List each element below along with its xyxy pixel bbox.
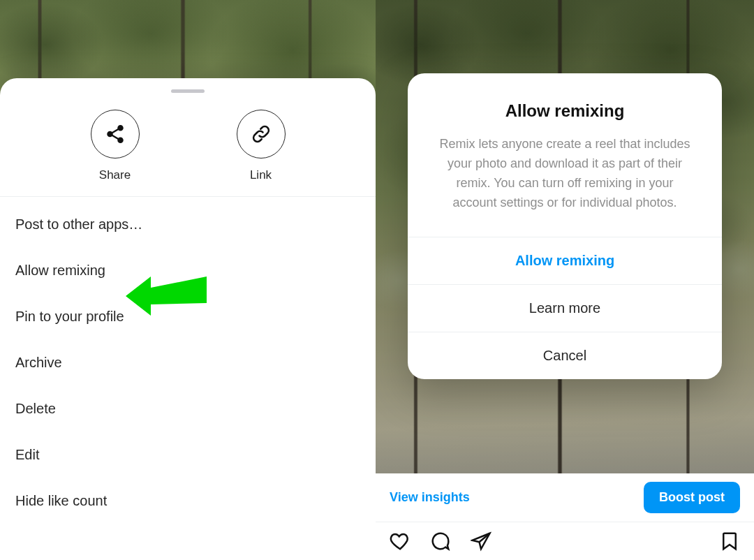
bookmark-icon [719, 531, 740, 552]
menu-hide-like-count[interactable]: Hide like count [0, 478, 376, 524]
dialog-body: Allow remixing Remix lets anyone create … [408, 73, 722, 237]
menu-archive[interactable]: Archive [0, 339, 376, 385]
bottom-sheet: Share Link Post to other apps… Allow rem… [0, 78, 376, 560]
like-button[interactable] [390, 531, 411, 554]
share-icon [105, 124, 126, 145]
paper-plane-icon [471, 531, 491, 552]
left-panel: Share Link Post to other apps… Allow rem… [0, 0, 376, 560]
heart-icon [390, 531, 411, 552]
menu-allow-remixing[interactable]: Allow remixing [0, 247, 376, 293]
svg-line-3 [112, 129, 119, 133]
view-insights-link[interactable]: View insights [390, 490, 470, 505]
dialog-cancel-button[interactable]: Cancel [408, 332, 722, 379]
menu-edit[interactable]: Edit [0, 432, 376, 478]
share-label: Share [99, 168, 131, 182]
dialog-allow-remixing-button[interactable]: Allow remixing [408, 237, 722, 284]
post-actions-row [376, 522, 754, 560]
dialog-title: Allow remixing [434, 101, 695, 121]
post-action-bar: View insights Boost post [376, 473, 754, 560]
link-label: Link [250, 168, 272, 182]
allow-remixing-dialog: Allow remixing Remix lets anyone create … [408, 73, 722, 379]
menu-post-other-apps[interactable]: Post to other apps… [0, 201, 376, 247]
share-action[interactable]: Share [91, 110, 140, 182]
menu-pin-profile[interactable]: Pin to your profile [0, 293, 376, 339]
save-button[interactable] [719, 531, 740, 554]
dialog-learn-more-button[interactable]: Learn more [408, 284, 722, 332]
boost-post-button[interactable]: Boost post [644, 482, 740, 513]
post-actions-left [390, 531, 491, 554]
comment-icon [430, 531, 451, 552]
menu-delete[interactable]: Delete [0, 385, 376, 432]
svg-line-4 [112, 135, 119, 140]
quick-actions-row: Share Link [0, 97, 376, 197]
link-action[interactable]: Link [237, 110, 286, 182]
sheet-grabber[interactable] [171, 89, 205, 93]
link-icon [251, 124, 272, 145]
link-button[interactable] [237, 110, 286, 159]
sheet-menu: Post to other apps… Allow remixing Pin t… [0, 197, 376, 524]
share-dm-button[interactable] [471, 531, 491, 554]
comment-button[interactable] [430, 531, 451, 554]
svg-point-1 [108, 132, 112, 136]
share-button[interactable] [91, 110, 140, 159]
svg-point-0 [118, 126, 122, 130]
svg-point-2 [118, 138, 122, 142]
dialog-description: Remix lets anyone create a reel that inc… [434, 135, 695, 213]
right-panel: Allow remixing Remix lets anyone create … [376, 0, 754, 560]
insights-row: View insights Boost post [376, 473, 754, 522]
